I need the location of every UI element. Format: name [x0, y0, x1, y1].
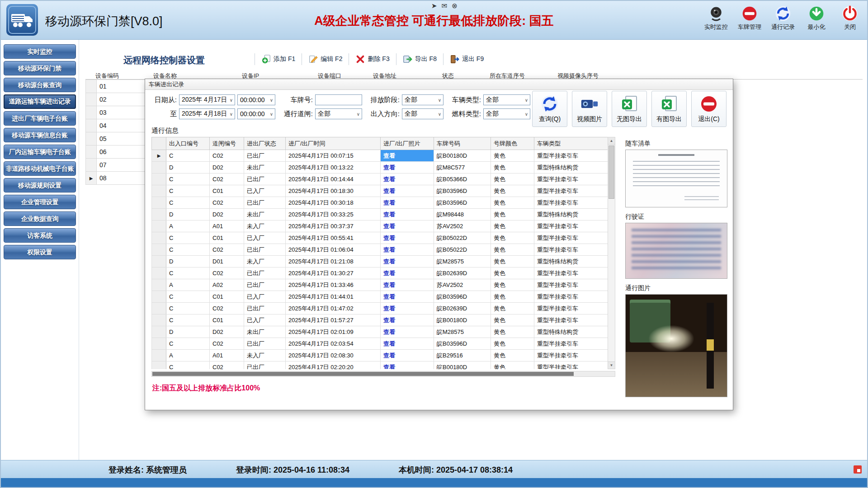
cell[interactable]: 重型特殊结构货	[534, 209, 608, 221]
column-header[interactable]: 车牌号码	[434, 137, 491, 150]
cell[interactable]: 重型特殊结构货	[534, 162, 608, 174]
table-row[interactable]: CC02已出厂2025年4月17日 01:06:04查看皖B05022D黄色重型…	[152, 244, 608, 256]
cell[interactable]: 2025年4月17日 01:21:08	[286, 256, 381, 267]
cell[interactable]	[152, 314, 166, 326]
table-row[interactable]: CC02已出厂2025年4月17日 01:47:02查看皖B02639D黄色重型…	[152, 303, 608, 314]
cell[interactable]: 黄色	[491, 291, 534, 303]
plate-manage-button[interactable]: 车牌管理	[736, 5, 763, 31]
cell[interactable]: 查看	[381, 150, 434, 162]
column-header[interactable]: 出入口编号	[166, 137, 210, 150]
cell[interactable]: 2025年4月17日 01:30:27	[286, 267, 381, 279]
cell[interactable]: 苏AV2502	[434, 221, 491, 232]
tray-icon[interactable]	[854, 465, 862, 474]
cell[interactable]: 未出厂	[244, 162, 286, 174]
cell[interactable]: 黄色	[491, 197, 534, 209]
cell[interactable]: 查看	[381, 162, 434, 174]
cell[interactable]: 查看	[381, 209, 434, 221]
cell[interactable]: 已出厂	[244, 303, 286, 314]
cell[interactable]: 黄色	[491, 326, 534, 338]
cell[interactable]	[152, 162, 166, 174]
cell[interactable]: 黄色	[491, 150, 534, 162]
mail-icon[interactable]: ✉	[442, 2, 448, 10]
cell[interactable]: 皖B29516	[434, 350, 491, 361]
cell[interactable]	[152, 361, 166, 370]
cell[interactable]: 黄色	[491, 221, 534, 232]
vertical-scrollbar[interactable]: ▲ ▼	[608, 137, 615, 369]
cell[interactable]: C02	[210, 150, 244, 162]
cell[interactable]: 查看	[381, 291, 434, 303]
cell[interactable]: C	[166, 232, 210, 244]
table-row[interactable]: DD02未出厂2025年4月17日 02:01:09查看皖M28575黄色重型特…	[152, 326, 608, 338]
cell[interactable]: 重型半挂牵引车	[534, 244, 608, 256]
cell[interactable]: 重型特殊结构货	[534, 326, 608, 338]
cell[interactable]: 重型半挂牵引车	[534, 361, 608, 370]
cell[interactable]: D	[166, 162, 210, 174]
cell[interactable]: 已出厂	[244, 267, 286, 279]
cell[interactable]: 查看	[381, 185, 434, 197]
cell[interactable]: D02	[210, 209, 244, 221]
direction-select[interactable]: 全部 ∨	[402, 108, 443, 119]
cell[interactable]: 2025年4月17日 00:37:37	[286, 221, 381, 232]
cell[interactable]: 黄色	[491, 267, 534, 279]
cell[interactable]: C01	[210, 291, 244, 303]
cell[interactable]: 重型半挂牵引车	[534, 314, 608, 326]
cell[interactable]: 2025年4月17日 00:33:25	[286, 209, 381, 221]
cell[interactable]: 重型半挂牵引车	[534, 221, 608, 232]
cell[interactable]: 皖B05366D	[434, 174, 491, 185]
cell[interactable]: 已出厂	[244, 244, 286, 256]
export-no-image-button[interactable]: 无图导出	[612, 91, 647, 127]
table-row[interactable]: DD02未出厂2025年4月17日 00:33:25查看皖M98448黄色重型特…	[152, 209, 608, 221]
cell[interactable]: 2025年4月17日 00:13:22	[286, 162, 381, 174]
cell[interactable]: 未入厂	[244, 221, 286, 232]
table-row[interactable]: CC01已入厂2025年4月17日 00:55:41查看皖B05022D黄色重型…	[152, 232, 608, 244]
gate-select[interactable]: 全部 ∨	[315, 108, 362, 119]
cell[interactable]: 皖B03596D	[434, 185, 491, 197]
cell[interactable]: D	[166, 256, 210, 267]
cell[interactable]: 06	[97, 145, 146, 159]
cell[interactable]: 查看	[381, 174, 434, 185]
cell[interactable]: 04	[97, 119, 146, 132]
exit-button[interactable]: 退出 F9	[447, 52, 486, 66]
sidebar-item-visitor-system[interactable]: 访客系统	[4, 228, 76, 243]
column-header[interactable]: 车辆类型	[534, 137, 608, 150]
column-header[interactable]: 进厂/出厂照片	[381, 137, 434, 150]
column-header[interactable]: 道闸编号	[210, 137, 244, 150]
cell[interactable]: D	[166, 209, 210, 221]
cell[interactable]: 查看	[381, 314, 434, 326]
cell[interactable]: C	[166, 174, 210, 185]
sidebar-item-env-gate[interactable]: 移动源环保门禁	[4, 61, 76, 75]
cell[interactable]: 未入厂	[244, 256, 286, 267]
cell[interactable]: 皖B00180D	[434, 150, 491, 162]
cell[interactable]: D02	[210, 162, 244, 174]
cell[interactable]: 重型半挂牵引车	[534, 185, 608, 197]
sidebar-item-vehicle-info-ledger[interactable]: 移动源车辆信息台账	[4, 128, 76, 142]
cell[interactable]: 黄色	[491, 279, 534, 291]
cell[interactable]: 2025年4月17日 01:47:02	[286, 303, 381, 314]
cell[interactable]: 02	[97, 93, 146, 106]
cell[interactable]: 07	[97, 159, 146, 172]
table-row[interactable]: AA01未入厂2025年4月17日 02:08:30查看皖B29516黄色重型半…	[152, 350, 608, 361]
cell[interactable]: 黄色	[491, 185, 534, 197]
cell[interactable]	[152, 185, 166, 197]
cell[interactable]: 已入厂	[244, 291, 286, 303]
cell[interactable]: 已入厂	[244, 232, 286, 244]
cell[interactable]: 2025年4月17日 00:30:18	[286, 197, 381, 209]
sidebar-item-inout-vehicle-ledger[interactable]: 进出厂车辆电子台账	[4, 111, 76, 126]
cell[interactable]: 查看	[381, 244, 434, 256]
cell[interactable]: 皖B03596D	[434, 338, 491, 350]
table-row[interactable]: CC02已出厂2025年4月17日 00:30:18查看皖B03596D黄色重型…	[152, 197, 608, 209]
sidebar-item-rules-settings[interactable]: 移动源规则设置	[4, 178, 76, 192]
cell[interactable]	[152, 232, 166, 244]
add-button[interactable]: 添加 F1	[259, 52, 298, 66]
cell[interactable]: 已入厂	[244, 314, 286, 326]
scroll-down-icon[interactable]: ▼	[608, 361, 615, 369]
table-row[interactable]: 01	[86, 80, 146, 93]
cell[interactable]: 查看	[381, 267, 434, 279]
table-row[interactable]: AA01未入厂2025年4月17日 00:37:37查看苏AV2502黄色重型半…	[152, 221, 608, 232]
cell[interactable]: D	[166, 326, 210, 338]
cell[interactable]: 03	[97, 106, 146, 119]
column-header[interactable]: 进出厂状态	[244, 137, 286, 150]
cell[interactable]	[86, 145, 97, 159]
date-to-select[interactable]: 2025年 4月18日 ∨	[179, 108, 235, 119]
delete-button[interactable]: 删除 F3	[353, 52, 392, 66]
